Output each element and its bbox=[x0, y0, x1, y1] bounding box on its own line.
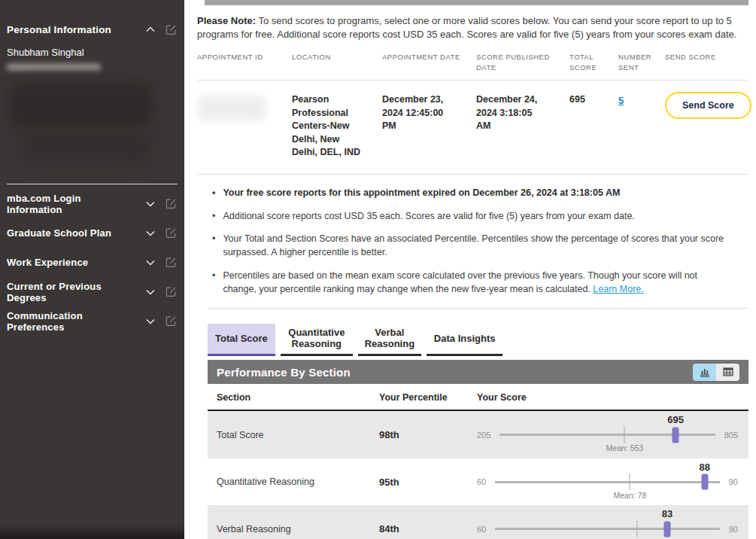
score-marker[interactable] bbox=[673, 427, 679, 443]
col-section: Section bbox=[217, 392, 379, 403]
sidebar: Personal Information Shubham Singhal mba… bbox=[0, 0, 184, 539]
slider-max-label: 90 bbox=[729, 477, 738, 486]
slider-track: Mean: 79 83 bbox=[495, 528, 720, 530]
chevron-down-icon[interactable] bbox=[144, 256, 157, 270]
sidebar-item-label: Work Experience bbox=[7, 257, 137, 268]
please-note-body: To send scores to programs, select one o… bbox=[197, 15, 736, 40]
appointments-header-row: APPOINTMENT ID LOCATION APPOINTMENT DATE… bbox=[197, 52, 748, 81]
slider-max-label: 90 bbox=[729, 525, 738, 534]
redacted-appointment-id bbox=[197, 96, 266, 121]
bullet-dot: • bbox=[212, 187, 215, 200]
sidebar-section-label: Personal Information bbox=[7, 24, 137, 35]
table-row-verbal-reasoning: Verbal Reasoning 84th 60 Mean: 79 83 90 bbox=[208, 505, 748, 539]
chevron-down-icon[interactable] bbox=[144, 285, 157, 299]
edit-icon[interactable] bbox=[164, 285, 178, 299]
performance-by-section-header: Performance By Section bbox=[208, 360, 748, 384]
list-item: •Your Total and Section Scores have an a… bbox=[212, 233, 731, 260]
tab-total-score[interactable]: Total Score bbox=[208, 324, 275, 356]
col-total-score: TOTAL SCORE bbox=[569, 52, 618, 74]
slider-track: Mean: 78 88 bbox=[495, 481, 720, 483]
col-appointment-date: APPOINTMENT DATE bbox=[382, 52, 476, 74]
chevron-up-icon[interactable] bbox=[144, 23, 157, 36]
bullet-dot: • bbox=[212, 210, 215, 224]
bullet-text: Your free score reports for this appoint… bbox=[223, 187, 620, 200]
chart-view-icon[interactable] bbox=[693, 364, 716, 381]
row-section-label: Verbal Reasoning bbox=[217, 524, 379, 534]
chevron-down-icon[interactable] bbox=[144, 197, 157, 211]
bullet-text: Additional score reports cost USD 35 eac… bbox=[223, 210, 634, 224]
edit-icon[interactable] bbox=[164, 23, 178, 36]
score-marker[interactable] bbox=[664, 521, 671, 537]
user-name: Shubham Singhal bbox=[0, 36, 184, 58]
col-your-percentile: Your Percentile bbox=[379, 392, 477, 403]
sidebar-item-login-information[interactable]: mba.com Login Information bbox=[0, 189, 184, 218]
tab-data-insights[interactable]: Data Insights bbox=[427, 324, 503, 356]
sidebar-item-graduate-school-plan[interactable]: Graduate School Plan bbox=[0, 218, 184, 248]
number-sent-link[interactable]: 5 bbox=[618, 95, 624, 106]
edit-icon[interactable] bbox=[164, 197, 178, 211]
mean-tick bbox=[630, 474, 630, 490]
total-score-value: 695 bbox=[569, 93, 618, 107]
score-slider: 60 Mean: 78 88 90 bbox=[477, 477, 739, 486]
row-percentile: 98th bbox=[379, 429, 477, 440]
score-tabs: Total Score Quantitative Reasoning Verba… bbox=[208, 324, 748, 356]
mean-tick bbox=[624, 427, 625, 443]
slider-track: Mean: 553 695 bbox=[499, 434, 715, 436]
bullet-dot: • bbox=[212, 270, 215, 297]
tab-quantitative-reasoning[interactable]: Quantitative Reasoning bbox=[281, 324, 353, 356]
col-location: LOCATION bbox=[292, 52, 382, 74]
sidebar-item-communication-preferences[interactable]: Communication Preferences bbox=[0, 306, 184, 336]
sidebar-item-current-or-previous-degrees[interactable]: Current or Previous Degrees bbox=[0, 277, 184, 306]
performance-columns: Section Your Percentile Your Score bbox=[208, 384, 748, 411]
appointments-table: APPOINTMENT ID LOCATION APPOINTMENT DATE… bbox=[197, 52, 748, 175]
table-view-icon[interactable] bbox=[716, 364, 739, 381]
bullet-text: Your Total and Section Scores have an as… bbox=[223, 233, 731, 260]
performance-table: Section Your Percentile Your Score Total… bbox=[208, 384, 748, 539]
score-slider: 205 Mean: 553 695 805 bbox=[477, 431, 739, 440]
please-note-text: Please Note: To send scores to programs,… bbox=[197, 14, 747, 42]
appointment-date-value: December 23, 2024 12:45:00 PM bbox=[382, 93, 476, 133]
view-toggle bbox=[693, 364, 739, 381]
sidebar-section-personal-information[interactable]: Personal Information bbox=[0, 0, 184, 36]
chevron-down-icon[interactable] bbox=[144, 227, 157, 240]
slider-min-label: 205 bbox=[477, 431, 490, 440]
edit-icon[interactable] bbox=[164, 256, 178, 270]
slider-max-label: 805 bbox=[724, 431, 738, 440]
edit-icon[interactable] bbox=[164, 315, 178, 328]
sidebar-item-label: Communication Preferences bbox=[7, 310, 137, 333]
slider-min-label: 60 bbox=[477, 477, 486, 486]
list-item: •Percentiles are based on the mean exam … bbox=[212, 270, 731, 297]
row-section-label: Quantitative Reasoning bbox=[217, 477, 379, 487]
redacted-personal-details bbox=[7, 78, 178, 175]
col-send-score: SEND SCORE bbox=[665, 52, 748, 74]
appointment-location: Pearson Professional Centers-New Delhi, … bbox=[292, 93, 382, 160]
please-note-prefix: Please Note: bbox=[197, 15, 256, 26]
sidebar-item-label: Current or Previous Degrees bbox=[7, 281, 137, 303]
score-notes-list: •Your free score reports for this appoin… bbox=[208, 175, 748, 309]
list-item: •Additional score reports cost USD 35 ea… bbox=[212, 210, 731, 224]
table-row-quantitative-reasoning: Quantitative Reasoning 95th 60 Mean: 78 … bbox=[208, 458, 748, 506]
col-appointment-id: APPOINTMENT ID bbox=[197, 52, 292, 74]
learn-more-link[interactable]: Learn More. bbox=[593, 284, 643, 294]
score-value-label: 83 bbox=[662, 508, 673, 519]
section-title: Performance By Section bbox=[217, 366, 693, 379]
score-slider: 60 Mean: 79 83 90 bbox=[477, 525, 739, 534]
tab-verbal-reasoning[interactable]: Verbal Reasoning bbox=[358, 324, 421, 356]
main-content: Please Note: To send scores to programs,… bbox=[184, 0, 756, 539]
sidebar-item-work-experience[interactable]: Work Experience bbox=[0, 248, 184, 277]
sidebar-divider bbox=[7, 184, 178, 184]
redacted-address bbox=[7, 63, 101, 71]
sidebar-item-label: Graduate School Plan bbox=[7, 227, 137, 239]
top-scroll-strip bbox=[205, 0, 748, 5]
chevron-down-icon[interactable] bbox=[144, 315, 157, 328]
col-number-sent: NUMBER SENT bbox=[618, 52, 665, 74]
score-value-label: 695 bbox=[667, 414, 684, 425]
row-percentile: 84th bbox=[379, 523, 477, 534]
row-percentile: 95th bbox=[379, 477, 477, 488]
table-row-total-score: Total Score 98th 205 Mean: 553 695 805 bbox=[208, 411, 748, 458]
row-section-label: Total Score bbox=[217, 430, 379, 440]
score-marker[interactable] bbox=[701, 474, 708, 490]
mean-label: Mean: 553 bbox=[606, 443, 644, 452]
send-score-button[interactable]: Send Score bbox=[665, 92, 751, 119]
edit-icon[interactable] bbox=[164, 227, 178, 240]
